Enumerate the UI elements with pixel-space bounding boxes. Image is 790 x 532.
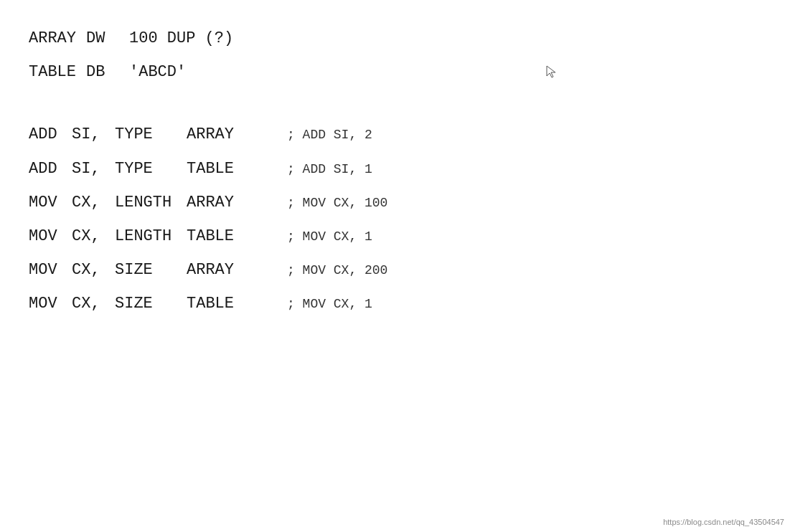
table-directive: DB: [86, 60, 129, 85]
mnemonic-1: ADD: [29, 156, 72, 181]
mnemonic-2: MOV: [29, 190, 72, 215]
operand1-3: CX,: [72, 224, 115, 249]
mnemonic-3: MOV: [29, 224, 72, 249]
operator-5: SIZE: [115, 291, 187, 316]
main-content: ARRAY DW 100 DUP (?) TABLE DB 'ABCD' ADD…: [0, 0, 790, 343]
mnemonic-0: ADD: [29, 122, 72, 147]
comment-0: ; ADD SI, 2: [287, 125, 372, 146]
operator-2: LENGTH: [115, 190, 187, 215]
array-directive: DW: [86, 26, 129, 51]
operand1-1: SI,: [72, 156, 115, 181]
array-operand: 100 DUP (?): [129, 26, 233, 51]
mnemonic-4: MOV: [29, 257, 72, 282]
instruction-line-4: MOV CX, SIZE ARRAY ; MOV CX, 200: [29, 253, 761, 287]
comment-2: ; MOV CX, 100: [287, 193, 387, 214]
operand1-5: CX,: [72, 291, 115, 316]
comment-3: ; MOV CX, 1: [287, 227, 372, 247]
comment-5: ; MOV CX, 1: [287, 294, 372, 315]
instruction-block: ADD SI, TYPE ARRAY ; ADD SI, 2 ADD SI, T…: [29, 118, 761, 320]
operand2-4: ARRAY: [187, 257, 273, 282]
operator-3: LENGTH: [115, 224, 187, 249]
array-definition-line: ARRAY DW 100 DUP (?): [29, 22, 761, 55]
definition-block: ARRAY DW 100 DUP (?) TABLE DB 'ABCD': [29, 22, 761, 89]
operand2-5: TABLE: [187, 291, 273, 316]
instruction-line-0: ADD SI, TYPE ARRAY ; ADD SI, 2: [29, 118, 761, 151]
operator-4: SIZE: [115, 257, 187, 282]
operand1-0: SI,: [72, 122, 115, 147]
operand2-1: TABLE: [187, 156, 273, 181]
table-operand: 'ABCD': [129, 60, 186, 85]
watermark: https://blog.csdn.net/qq_43504547: [663, 518, 784, 526]
array-label: ARRAY: [29, 26, 86, 51]
instruction-line-1: ADD SI, TYPE TABLE ; ADD SI, 1: [29, 152, 761, 186]
instruction-line-5: MOV CX, SIZE TABLE ; MOV CX, 1: [29, 287, 761, 320]
operand2-3: TABLE: [187, 224, 273, 249]
operand2-2: ARRAY: [187, 190, 273, 215]
comment-1: ; ADD SI, 1: [287, 159, 372, 180]
operand2-0: ARRAY: [187, 122, 273, 147]
gap-spacer: [29, 89, 761, 118]
operator-1: TYPE: [115, 156, 187, 181]
instruction-line-3: MOV CX, LENGTH TABLE ; MOV CX, 1: [29, 219, 761, 253]
table-definition-line: TABLE DB 'ABCD': [29, 55, 761, 89]
mnemonic-5: MOV: [29, 291, 72, 316]
operand1-4: CX,: [72, 257, 115, 282]
instruction-line-2: MOV CX, LENGTH ARRAY ; MOV CX, 100: [29, 186, 761, 219]
operand1-2: CX,: [72, 190, 115, 215]
comment-4: ; MOV CX, 200: [287, 260, 387, 281]
table-label: TABLE: [29, 60, 86, 85]
operator-0: TYPE: [115, 122, 187, 147]
